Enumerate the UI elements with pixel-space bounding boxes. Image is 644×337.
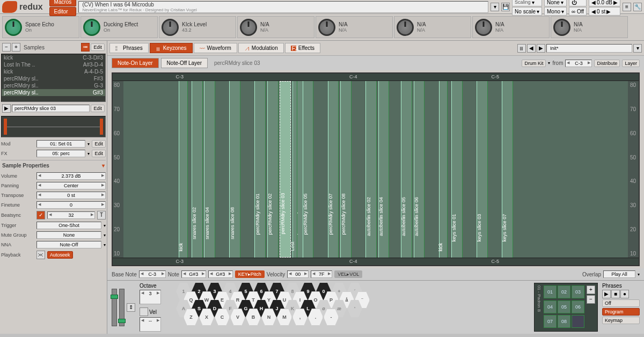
knob-icon[interactable]	[162, 19, 179, 36]
beatsync-field[interactable]: 32	[47, 211, 95, 219]
autoseek-button[interactable]: Autoseek	[47, 251, 73, 259]
program-button[interactable]: Program	[602, 308, 640, 316]
keyzone[interactable]: keys slice 01	[451, 81, 463, 258]
sample-list-row[interactable]: kickA-4-D-5	[2, 68, 105, 75]
finetune-field[interactable]: 0	[36, 201, 106, 209]
mod-slider[interactable]	[119, 289, 125, 326]
hex-key[interactable]: '	[347, 300, 362, 317]
keyzone[interactable]: keys slice 07	[502, 81, 513, 258]
pad-button[interactable]: 05	[558, 301, 570, 313]
sample-list-row[interactable]: kickC-3-D#3	[2, 54, 105, 61]
preset-next-icon[interactable]: ▶	[537, 44, 545, 53]
pad-button[interactable]: 03	[572, 285, 584, 298]
power-toggle[interactable]: ⏻	[569, 0, 587, 6]
keyzone[interactable]: kick	[179, 81, 188, 258]
trigger-select[interactable]: One-Shot	[36, 222, 101, 229]
none-select[interactable]: None▾	[544, 0, 567, 6]
keyzone[interactable]: snares slice 02	[192, 81, 203, 258]
phrase-play-icon[interactable]: ▶	[602, 290, 611, 298]
note-lo-field[interactable]: G#3	[181, 270, 206, 278]
pad-button[interactable]: 02	[558, 285, 570, 298]
macro-knob-cell[interactable]: Space EchoOn	[2, 16, 79, 38]
pad-button[interactable]: 06	[572, 301, 584, 313]
macro-knob-cell[interactable]: N/AN/A	[394, 16, 471, 38]
song-menu-dropdown[interactable]: ▾	[491, 3, 499, 11]
beatsync-toggle[interactable]: ✓	[36, 211, 45, 219]
overlap-select[interactable]: Play All	[603, 270, 635, 278]
collapse-icon[interactable]: ▾	[102, 163, 105, 169]
minus-button[interactable]: −	[2, 43, 11, 52]
sample-list-row[interactable]: percRMdry sl..F#3	[2, 75, 105, 82]
tab-waveform[interactable]: 〰Waveform	[194, 43, 237, 53]
preset-prev-icon[interactable]: ◀	[527, 44, 536, 53]
tab-phrases[interactable]: ⦙⦙Phrases	[109, 43, 149, 53]
macro-knob-cell[interactable]: N/AN/A	[472, 16, 550, 38]
knob-icon[interactable]	[240, 19, 257, 36]
keyzone[interactable]: percRMdry slice 08	[340, 81, 352, 258]
list-mode-icon[interactable]: ≔	[81, 43, 90, 52]
volume-field[interactable]: 2.373 dB	[36, 172, 106, 180]
vel-hi-field[interactable]: 7F	[311, 270, 332, 278]
keymap-button[interactable]: Keymap	[602, 317, 640, 324]
knob-icon[interactable]	[553, 19, 570, 36]
macros-button[interactable]: Macros	[49, 0, 77, 6]
master-volume[interactable]: ◀ 0.0 dB ▶	[589, 0, 620, 6]
macro-knob-cell[interactable]: N/AN/A	[237, 16, 314, 38]
keyzone[interactable]: Lost	[292, 81, 297, 258]
knob-icon[interactable]	[475, 19, 492, 36]
note-on-layer-tab[interactable]: Note-On Layer	[112, 58, 159, 68]
hex-key[interactable]: C	[215, 309, 230, 326]
sample-list-row[interactable]: Lost In The ..A#3-D-4	[2, 61, 105, 68]
vel-vol-toggle[interactable]: VEL▸VOL	[334, 270, 362, 278]
pad-button[interactable]: 01	[544, 285, 557, 298]
link-sliders-icon[interactable]: ⇕	[127, 303, 135, 312]
keyzone-editor[interactable]: C-3C-4C-5 8070605040302010 8070605040302…	[112, 72, 640, 266]
preset-menu-icon[interactable]: ▾	[633, 44, 642, 53]
basenote-field[interactable]: C-3	[139, 270, 166, 278]
tab-effects[interactable]: FXEffects	[285, 43, 320, 53]
knob-icon[interactable]	[318, 19, 335, 36]
knob-icon[interactable]	[5, 19, 22, 36]
macro-knob-cell[interactable]: N/AN/A	[316, 16, 393, 38]
keyzone[interactable]: autoberlin slice 05	[401, 81, 412, 258]
hex-key[interactable]: M	[277, 309, 292, 326]
mod-edit-button[interactable]: Edit	[92, 140, 106, 148]
hex-key[interactable]: .	[308, 309, 323, 326]
hex-key[interactable]: ,	[292, 309, 308, 326]
editor-button[interactable]: Editor	[49, 7, 77, 16]
play-sample-icon[interactable]: ▶	[2, 104, 11, 113]
drumkit-button[interactable]: Drum Kit	[522, 60, 546, 67]
phrase-rec-icon[interactable]: ●	[620, 290, 629, 298]
macro-knob-cell[interactable]: N/AN/A	[551, 16, 628, 38]
hex-key[interactable]: V	[230, 309, 245, 326]
sample-list-row[interactable]: percRMdry sl..G-3	[2, 82, 105, 89]
keyzone[interactable]: percRMdry slice 01	[254, 81, 266, 258]
tab-keyzones[interactable]: ⫼Keyzones	[150, 43, 193, 53]
distribute-button[interactable]: Distribute	[594, 60, 620, 67]
nna-select[interactable]: Note-Off	[36, 241, 101, 248]
hex-key[interactable]: B	[246, 309, 261, 326]
pad-button[interactable]: 04	[544, 301, 557, 313]
pad-plus-button[interactable]: +	[587, 285, 595, 294]
waveform-preview[interactable]	[1, 116, 106, 137]
layer-button[interactable]: Layer	[622, 60, 640, 67]
settings-icon[interactable]: ≡	[623, 3, 631, 11]
keyzone[interactable]: autoberlin slice 02	[365, 81, 377, 258]
scaling-field[interactable]: Scaling▾	[512, 0, 542, 6]
knob-icon[interactable]	[397, 19, 414, 36]
master-transpose[interactable]: ◀ 0 st ▶	[589, 7, 620, 16]
macro-knob-cell[interactable]: KIck Level43.2	[159, 16, 236, 38]
fx-select[interactable]: 05: perc	[36, 150, 85, 157]
keyzone[interactable]: percRMdry slice 02	[267, 81, 279, 258]
save-icon[interactable]: 💾	[501, 3, 510, 11]
phrases-off-button[interactable]: Off	[602, 299, 640, 307]
octave-field[interactable]: 3	[140, 290, 161, 304]
pad-minus-button[interactable]: −	[587, 295, 595, 304]
keyzone[interactable]: percRMdry slice 03	[280, 81, 291, 258]
keyzone[interactable]: percRMdry slice 05	[303, 81, 314, 258]
plus-button[interactable]: +	[12, 43, 20, 52]
pad-button[interactable]: 07	[544, 315, 557, 328]
sample-list-row[interactable]: percRMdry sl..G#3	[2, 89, 105, 96]
mutegroup-select[interactable]: None	[36, 231, 101, 239]
sample-list[interactable]: kickC-3-D#3Lost In The ..A#3-D-4kickA-4-…	[1, 54, 106, 102]
